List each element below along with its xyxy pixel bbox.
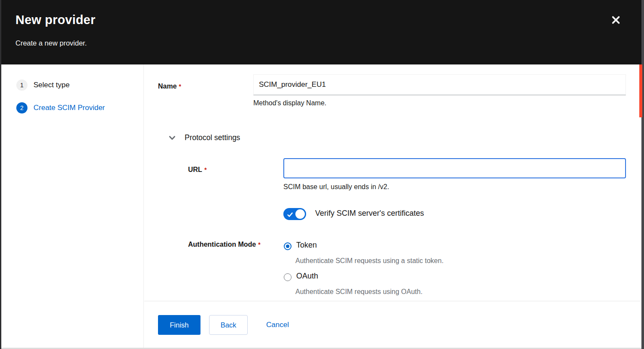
- close-icon: [611, 15, 621, 26]
- radio-token-label[interactable]: Token: [296, 241, 317, 250]
- radio-token-description: Authenticate SCIM requests using a stati…: [295, 257, 444, 265]
- check-icon: [287, 211, 293, 217]
- chevron-down-icon: [168, 134, 176, 142]
- step-label: Select type: [33, 81, 70, 89]
- radio-token[interactable]: [284, 242, 292, 250]
- url-input[interactable]: [283, 158, 626, 178]
- scrollbar-track[interactable]: [641, 0, 644, 349]
- step-number-badge: 1: [16, 80, 27, 91]
- cancel-button[interactable]: Cancel: [266, 315, 289, 335]
- url-helper-text: SCIM base url, usually ends in /v2.: [283, 183, 389, 191]
- close-button[interactable]: [608, 13, 623, 28]
- auth-mode-label: Authentication Mode*: [188, 241, 261, 248]
- window-left-edge: [0, 0, 1, 349]
- sidebar-divider: [143, 64, 144, 349]
- verify-certificates-toggle[interactable]: [283, 208, 306, 220]
- wizard-step-select-type[interactable]: 1 Select type: [16, 80, 70, 91]
- new-provider-modal: New provider Create a new provider. 1 Se…: [0, 0, 644, 349]
- name-input[interactable]: [253, 74, 626, 95]
- back-button[interactable]: Back: [209, 315, 248, 335]
- toggle-knob: [295, 209, 305, 219]
- url-field-label: URL*: [188, 166, 207, 174]
- name-helper-text: Method's display Name.: [253, 99, 326, 107]
- scrollbar-thumb[interactable]: [639, 64, 642, 117]
- radio-oauth[interactable]: [284, 273, 292, 281]
- protocol-settings-expander[interactable]: Protocol settings: [168, 133, 240, 142]
- protocol-settings-title: Protocol settings: [185, 133, 240, 142]
- modal-header: New provider Create a new provider.: [0, 0, 644, 64]
- page-subtitle: Create a new provider.: [15, 39, 87, 47]
- step-label: Create SCIM Provider: [33, 104, 105, 112]
- radio-oauth-description: Authenticate SCIM requests using OAuth.: [295, 288, 422, 296]
- finish-button[interactable]: Finish: [158, 315, 200, 335]
- name-field-label: Name*: [158, 83, 181, 90]
- wizard-step-create-scim-provider[interactable]: 2 Create SCIM Provider: [16, 102, 105, 113]
- verify-certificates-label[interactable]: Verify SCIM server's certificates: [315, 209, 424, 218]
- radio-oauth-label[interactable]: OAuth: [296, 272, 318, 281]
- footer-divider: [144, 301, 641, 301]
- required-asterisk: *: [179, 83, 181, 90]
- required-asterisk: *: [204, 166, 207, 173]
- required-asterisk: *: [258, 241, 260, 248]
- page-title: New provider: [15, 13, 95, 27]
- step-number-badge: 2: [16, 102, 27, 113]
